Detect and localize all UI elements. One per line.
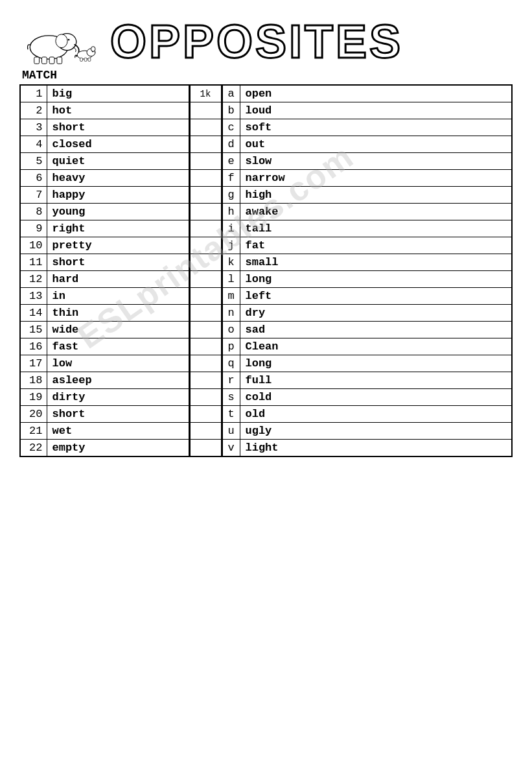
answer-field[interactable] (189, 440, 222, 456)
left-word: heavy (47, 170, 189, 187)
right-letter: q (222, 355, 240, 372)
left-word: thin (47, 305, 189, 322)
answer-field[interactable] (189, 355, 222, 372)
right-word: long (240, 355, 511, 372)
svg-rect-7 (57, 57, 62, 64)
right-letter: s (222, 389, 240, 406)
table-row: 2hotbloud (21, 102, 511, 119)
row-number: 7 (21, 187, 47, 204)
answer-field[interactable] (189, 220, 222, 237)
answer-field[interactable] (189, 170, 222, 187)
table-row: 19dirtyscold (21, 389, 511, 406)
answer-field[interactable] (189, 136, 222, 153)
left-word: asleep (47, 372, 189, 389)
left-word: closed (47, 136, 189, 153)
svg-point-11 (92, 51, 93, 53)
right-letter: p (222, 338, 240, 355)
right-word: slow (240, 153, 511, 170)
right-word: loud (240, 102, 511, 119)
svg-point-3 (68, 39, 70, 41)
left-word: right (47, 220, 189, 237)
right-word: light (240, 440, 511, 456)
right-word: open (240, 86, 511, 102)
right-letter: m (222, 288, 240, 305)
answer-field[interactable] (189, 102, 222, 119)
right-word: cold (240, 389, 511, 406)
row-number: 15 (21, 322, 47, 338)
right-letter: b (222, 102, 240, 119)
row-number: 4 (21, 136, 47, 153)
right-letter: k (222, 254, 240, 271)
table-row: 14thinndry (21, 305, 511, 322)
answer-field[interactable] (189, 119, 222, 136)
left-word: hard (47, 271, 189, 288)
row-number: 6 (21, 170, 47, 187)
left-word: short (47, 119, 189, 136)
right-word: narrow (240, 170, 511, 187)
left-word: wet (47, 423, 189, 440)
left-word: happy (47, 187, 189, 204)
answer-field[interactable] (189, 288, 222, 305)
match-label: MATCH (22, 69, 513, 82)
row-number: 18 (21, 372, 47, 389)
right-word: soft (240, 119, 511, 136)
answer-field[interactable] (189, 322, 222, 338)
row-number: 20 (21, 406, 47, 423)
answer-field[interactable] (189, 237, 222, 254)
answer-field[interactable] (189, 389, 222, 406)
table-row: 16fastpClean (21, 338, 511, 355)
right-letter: f (222, 170, 240, 187)
right-letter: i (222, 220, 240, 237)
elephant-icon (19, 13, 104, 65)
row-number: 13 (21, 288, 47, 305)
answer-field[interactable] (189, 204, 222, 220)
answer-field[interactable] (189, 372, 222, 389)
row-number: 11 (21, 254, 47, 271)
table-row: 10prettyjfat (21, 237, 511, 254)
table-row: 20shorttold (21, 406, 511, 423)
answer-field[interactable] (189, 153, 222, 170)
right-word: awake (240, 204, 511, 220)
answer-field[interactable] (189, 406, 222, 423)
table-row: 18asleeprfull (21, 372, 511, 389)
table-row: 11shortksmall (21, 254, 511, 271)
left-word: low (47, 355, 189, 372)
svg-rect-13 (80, 58, 83, 61)
row-number: 19 (21, 389, 47, 406)
answer-field[interactable] (189, 254, 222, 271)
right-letter: n (222, 305, 240, 322)
left-word: big (47, 86, 189, 102)
row-number: 2 (21, 102, 47, 119)
answer-field[interactable]: 1k (189, 86, 222, 102)
left-word: short (47, 406, 189, 423)
left-word: short (47, 254, 189, 271)
answer-field[interactable] (189, 187, 222, 204)
right-letter: d (222, 136, 240, 153)
table-row: 5quieteslow (21, 153, 511, 170)
table-row: 13inmleft (21, 288, 511, 305)
right-word: ugly (240, 423, 511, 440)
left-word: fast (47, 338, 189, 355)
svg-point-12 (95, 52, 95, 53)
table-row: 8younghawake (21, 204, 511, 220)
table-row: 17lowqlong (21, 355, 511, 372)
left-word: quiet (47, 153, 189, 170)
left-word: young (47, 204, 189, 220)
answer-field[interactable] (189, 423, 222, 440)
table-row: 22emptyvlight (21, 440, 511, 456)
answer-field[interactable] (189, 305, 222, 322)
left-word: wide (47, 322, 189, 338)
right-letter: t (222, 406, 240, 423)
svg-point-2 (56, 34, 67, 48)
svg-point-10 (91, 47, 96, 52)
table-row: 9rightitall (21, 220, 511, 237)
row-number: 1 (21, 86, 47, 102)
right-letter: a (222, 86, 240, 102)
right-word: sad (240, 322, 511, 338)
answer-field[interactable] (189, 338, 222, 355)
answer-field[interactable] (189, 271, 222, 288)
table-row: 3shortcsoft (21, 119, 511, 136)
row-number: 10 (21, 237, 47, 254)
right-word: dry (240, 305, 511, 322)
svg-rect-4 (34, 57, 40, 64)
